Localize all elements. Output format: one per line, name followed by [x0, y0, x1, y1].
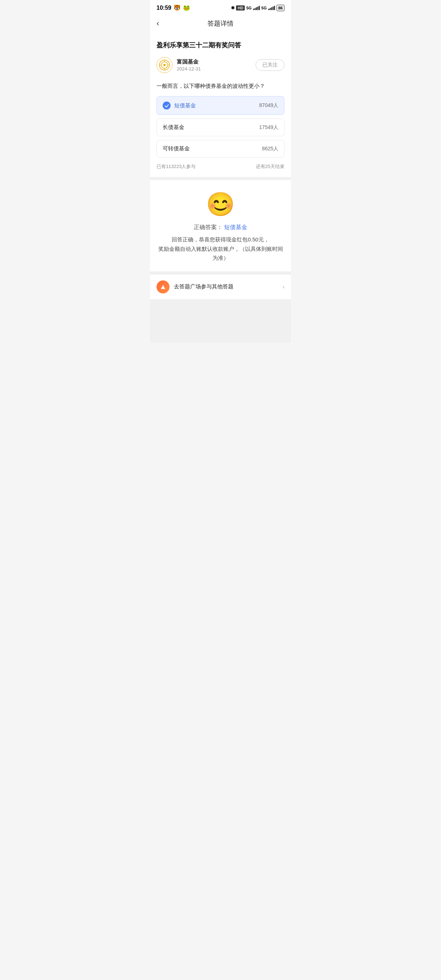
page-title: 答题详情 [207, 19, 234, 28]
signal-bars-1 [253, 6, 260, 10]
reward-text: 回答正确，恭喜您获得现金红包0.50元， 奖励金额自动入账默认收款账户，（以具体… [156, 235, 285, 263]
notification-icon: 🐯 [174, 4, 181, 11]
option-label-1: 长债基金 [163, 124, 184, 131]
status-right-icons: ✱ HD 5G 5G 86 [231, 5, 285, 11]
correct-answer: 短债基金 [224, 224, 247, 230]
option-count-0: 87049人 [259, 102, 279, 109]
signal-bars-2 [268, 6, 275, 10]
quiz-title: 盈利乐享第三十二期有奖问答 [156, 41, 285, 50]
fuguo-logo-svg [159, 59, 170, 71]
reward-line-1: 回答正确，恭喜您获得现金红包0.50元， [156, 235, 285, 244]
correct-answer-line: 正确答案： 短债基金 [156, 224, 285, 231]
publisher-logo [156, 57, 172, 73]
chevron-right-icon: › [283, 284, 285, 290]
option-label-2: 可转债基金 [163, 145, 190, 152]
options-list: 短债基金 87049人 长债基金 17549人 可转债基金 8625人 [156, 96, 285, 158]
result-section: 😊 正确答案： 短债基金 回答正确，恭喜您获得现金红包0.50元， 奖励金额自动… [150, 180, 291, 271]
bottom-link-left: 去答题广场参与其他答题 [156, 280, 234, 293]
option-left-2: 可转债基金 [163, 145, 190, 152]
option-item-0[interactable]: 短债基金 87049人 [156, 96, 285, 115]
svg-marker-7 [161, 285, 165, 289]
footer-gray-area [150, 299, 291, 342]
nav-header: ‹ 答题详情 [150, 14, 291, 33]
option-count-2: 8625人 [262, 146, 279, 152]
participants-count: 已有113223人参与 [156, 163, 196, 170]
bottom-link-text: 去答题广场参与其他答题 [174, 283, 234, 290]
option-item-2[interactable]: 可转债基金 8625人 [156, 140, 285, 158]
publisher-name: 富国基金 [177, 59, 201, 65]
main-content: 盈利乐享第三十二期有奖问答 富国基金 2024-12-31 已 [150, 33, 291, 177]
stats-row: 已有113223人参与 还有25天结束 [156, 163, 285, 170]
battery-indicator: 86 [277, 5, 285, 11]
bottom-divider [150, 271, 291, 274]
hd-badge: HD [236, 5, 245, 11]
back-button[interactable]: ‹ [156, 19, 159, 28]
option-count-1: 17549人 [259, 124, 279, 131]
option-left-1: 长债基金 [163, 124, 184, 131]
publisher-row: 富国基金 2024-12-31 已关注 [156, 57, 285, 73]
status-time: 10:59 [156, 5, 171, 11]
quiz-plaza-icon [159, 283, 167, 291]
option-left-0: 短债基金 [163, 102, 196, 110]
days-left: 还有25天结束 [256, 163, 285, 170]
svg-point-2 [163, 64, 166, 66]
checkmark-svg [164, 103, 169, 108]
happy-emoji: 😊 [156, 191, 285, 218]
bluetooth-icon: ✱ [231, 5, 235, 11]
network-5g-2: 5G [261, 6, 267, 10]
section-divider [150, 177, 291, 180]
follow-button[interactable]: 已关注 [256, 59, 285, 71]
link-icon-box [156, 280, 170, 293]
publisher-date: 2024-12-31 [177, 66, 201, 72]
question-text: 一般而言，以下哪种债券基金的波动性更小？ [156, 82, 285, 90]
publisher-left: 富国基金 2024-12-31 [156, 57, 201, 73]
correct-label: 正确答案： [194, 224, 223, 230]
option-item-1[interactable]: 长债基金 17549人 [156, 119, 285, 136]
option-label-0: 短债基金 [174, 102, 196, 109]
qq-icon: 🐸 [183, 4, 190, 11]
network-5g-1: 5G [246, 6, 252, 10]
reward-line-2: 奖励金额自动入账默认收款账户，（以具体到账时间为准） [156, 244, 285, 263]
status-bar: 10:59 🐯 🐸 ✱ HD 5G 5G 86 [150, 0, 291, 14]
publisher-info: 富国基金 2024-12-31 [177, 59, 201, 72]
bottom-link[interactable]: 去答题广场参与其他答题 › [150, 274, 291, 299]
check-icon-0 [163, 102, 170, 110]
